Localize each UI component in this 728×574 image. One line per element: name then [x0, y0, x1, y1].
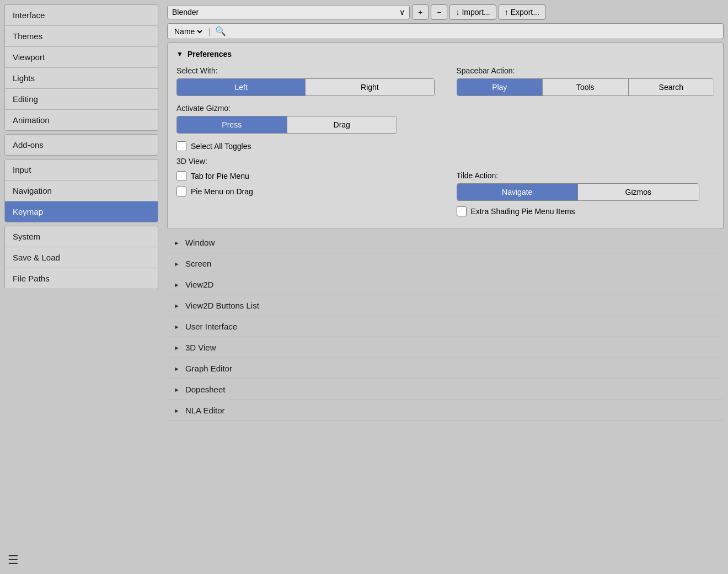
search-input[interactable]: [229, 27, 719, 36]
search-filter-select[interactable]: Name: [172, 26, 204, 36]
spacebar-play-button[interactable]: Play: [457, 79, 543, 95]
gizmo-drag-button[interactable]: Drag: [287, 116, 397, 133]
sidebar-item-input[interactable]: Input: [5, 160, 158, 180]
section-view2d-buttons-label: View2D Buttons List: [185, 301, 259, 310]
view3d-row: Tab for Pie Menu Pie Menu on Drag Tilde …: [176, 171, 714, 222]
tilde-gizmos-button[interactable]: Gizmos: [578, 184, 699, 200]
select-with-btn-group: Left Right: [176, 78, 435, 96]
panel-collapse-arrow: ▼: [176, 50, 183, 58]
section-graph-editor[interactable]: ► Graph Editor: [167, 358, 724, 379]
section-dopesheet[interactable]: ► Dopesheet: [167, 379, 724, 400]
tab-pie-menu-row: Tab for Pie Menu: [176, 171, 435, 181]
sidebar-item-animation[interactable]: Animation: [5, 110, 158, 130]
select-with-row: Select With: Left Right Spacebar Action:…: [176, 66, 714, 96]
section-user-interface[interactable]: ► User Interface: [167, 316, 724, 337]
section-graph-editor-label: Graph Editor: [185, 364, 232, 373]
view3d-section-label: 3D View:: [176, 157, 714, 166]
extra-shading-row: Extra Shading Pie Menu Items: [457, 206, 715, 216]
preferences-panel-header[interactable]: ▼ Preferences: [176, 50, 714, 59]
section-view2d-label: View2D: [185, 280, 213, 289]
select-right-button[interactable]: Right: [306, 79, 433, 95]
view2d-buttons-expand-arrow: ►: [174, 302, 180, 309]
section-screen-label: Screen: [185, 259, 212, 268]
select-left-button[interactable]: Left: [177, 79, 305, 95]
graph-editor-expand-arrow: ►: [174, 365, 180, 372]
sidebar-item-lights[interactable]: Lights: [5, 68, 158, 89]
sidebar-item-keymap[interactable]: Keymap: [5, 201, 158, 222]
section-list: ► Window ► Screen ► View2D ► View2D Butt…: [167, 232, 724, 421]
tilde-btn-group: Navigate Gizmos: [457, 183, 699, 201]
spacebar-action-group: Spacebar Action: Play Tools Search: [457, 66, 715, 96]
main-content: Blender ∨ + − ↓ Import... ↑ Export... Na…: [163, 0, 728, 574]
pie-menu-drag-row: Pie Menu on Drag: [176, 187, 435, 196]
spacebar-search-button[interactable]: Search: [629, 79, 714, 95]
preferences-panel: ▼ Preferences Select With: Left Right Sp…: [167, 42, 724, 229]
section-screen[interactable]: ► Screen: [167, 253, 724, 274]
tilde-action-label: Tilde Action:: [457, 171, 715, 180]
sidebar-item-file-paths[interactable]: File Paths: [5, 268, 158, 289]
section-view2d[interactable]: ► View2D: [167, 274, 724, 295]
section-user-interface-label: User Interface: [185, 322, 237, 331]
search-bar: Name | 🔍: [167, 23, 724, 39]
sidebar-item-navigation[interactable]: Navigation: [5, 180, 158, 201]
remove-preset-button[interactable]: −: [431, 4, 447, 20]
dopesheet-expand-arrow: ►: [174, 386, 180, 393]
section-window[interactable]: ► Window: [167, 232, 724, 253]
sidebar-item-system[interactable]: System: [5, 226, 158, 247]
export-icon: ↑: [505, 8, 508, 17]
sidebar-item-interface[interactable]: Interface: [5, 5, 158, 26]
preferences-panel-title: Preferences: [188, 50, 232, 59]
tab-pie-menu-checkbox[interactable]: [176, 171, 186, 181]
spacebar-action-label: Spacebar Action:: [457, 66, 715, 75]
sidebar-item-addons[interactable]: Add-ons: [5, 135, 158, 155]
pie-menu-on-drag-checkbox[interactable]: [176, 187, 186, 196]
import-button[interactable]: ↓ Import...: [449, 4, 496, 20]
view3d-left: Tab for Pie Menu Pie Menu on Drag: [176, 171, 435, 202]
export-button[interactable]: ↑ Export...: [499, 4, 545, 20]
pie-menu-on-drag-label: Pie Menu on Drag: [191, 187, 253, 196]
section-nla-editor[interactable]: ► NLA Editor: [167, 400, 724, 421]
sidebar-item-save-load[interactable]: Save & Load: [5, 247, 158, 268]
menu-icon[interactable]: ☰: [8, 553, 19, 567]
sidebar: Interface Themes Viewport Lights Editing…: [0, 0, 163, 574]
section-3d-view[interactable]: ► 3D View: [167, 337, 724, 358]
activate-gizmo-section: Activate Gizmo: Press Drag: [176, 104, 714, 134]
section-nla-editor-label: NLA Editor: [185, 406, 225, 415]
sidebar-item-viewport[interactable]: Viewport: [5, 47, 158, 68]
select-all-toggles-label: Select All Toggles: [191, 142, 251, 151]
sidebar-group-4: System Save & Load File Paths: [4, 226, 158, 289]
sidebar-item-editing[interactable]: Editing: [5, 89, 158, 110]
extra-shading-checkbox[interactable]: [457, 206, 467, 216]
sidebar-item-themes[interactable]: Themes: [5, 26, 158, 47]
view3d-right: Tilde Action: Navigate Gizmos Extra Shad…: [457, 171, 715, 222]
sidebar-group-3: Input Navigation Keymap: [4, 159, 158, 222]
sidebar-group-2: Add-ons: [4, 134, 158, 156]
activate-gizmo-btn-group: Press Drag: [176, 116, 397, 134]
select-all-toggles-row: Select All Toggles: [176, 141, 714, 151]
preset-dropdown[interactable]: Blender ∨: [167, 5, 410, 19]
section-dopesheet-label: Dopesheet: [185, 385, 226, 394]
screen-expand-arrow: ►: [174, 261, 180, 267]
extra-shading-label: Extra Shading Pie Menu Items: [471, 207, 575, 216]
spacebar-tools-button[interactable]: Tools: [543, 79, 628, 95]
tilde-navigate-button[interactable]: Navigate: [457, 184, 578, 200]
sidebar-group-1: Interface Themes Viewport Lights Editing…: [4, 4, 158, 131]
gizmo-press-button[interactable]: Press: [177, 116, 287, 133]
select-all-toggles-checkbox[interactable]: [176, 141, 186, 151]
export-label: Export...: [511, 8, 539, 17]
spacebar-btn-group: Play Tools Search: [457, 78, 715, 96]
preset-arrow: ∨: [399, 8, 405, 17]
section-view2d-buttons[interactable]: ► View2D Buttons List: [167, 295, 724, 316]
user-interface-expand-arrow: ►: [174, 323, 180, 330]
section-window-label: Window: [185, 238, 215, 247]
window-expand-arrow: ►: [174, 240, 180, 246]
activate-gizmo-label: Activate Gizmo:: [176, 104, 714, 113]
import-icon: ↓: [456, 8, 459, 17]
add-preset-button[interactable]: +: [412, 4, 429, 20]
select-with-label: Select With:: [176, 66, 435, 75]
import-label: Import...: [462, 8, 490, 17]
search-icon: 🔍: [215, 26, 226, 36]
tab-pie-menu-label: Tab for Pie Menu: [191, 172, 249, 180]
3d-view-expand-arrow: ►: [174, 344, 180, 351]
view2d-expand-arrow: ►: [174, 281, 180, 288]
